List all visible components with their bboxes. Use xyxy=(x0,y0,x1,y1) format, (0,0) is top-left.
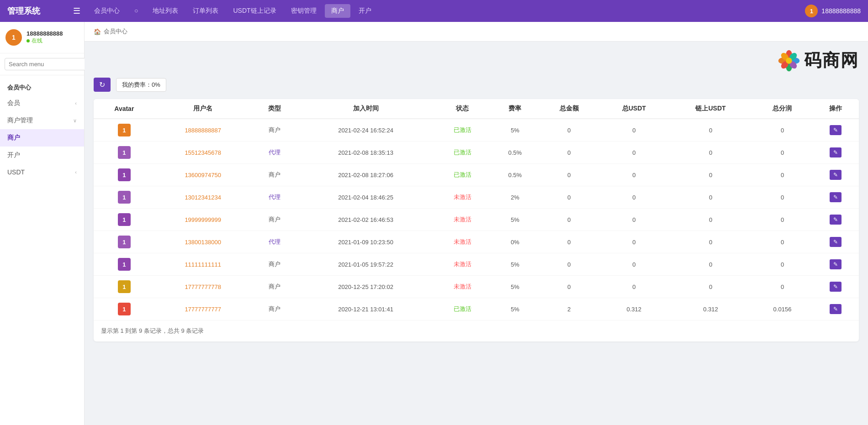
col-username: 用户名 xyxy=(155,99,251,119)
col-total-usdt: 总USDT xyxy=(599,99,669,119)
cell-chain-usdt: 0 xyxy=(669,276,752,298)
nav-item-merchant[interactable]: 商户 xyxy=(325,4,350,18)
col-join-time: 加入时间 xyxy=(297,99,434,119)
table-row: 1 18888888887 商户 2021-02-24 16:52:24 已激活… xyxy=(94,119,859,142)
cell-total-usdt: 0 xyxy=(599,119,669,142)
sidebar-item-merchant[interactable]: 商户 xyxy=(0,129,84,147)
cell-rate: 5% xyxy=(491,298,539,320)
cell-total-div: 0 xyxy=(752,142,812,164)
cell-total-div: 0.0156 xyxy=(752,298,812,320)
table-row: 1 19999999999 商户 2021-02-02 16:46:53 未激活… xyxy=(94,209,859,231)
sidebar-item-open-account-label: 开户 xyxy=(7,151,20,159)
edit-button[interactable]: ✎ xyxy=(830,192,842,202)
rate-badge: 我的费率：0% xyxy=(116,78,166,92)
table-row: 1 11111111111 商户 2021-01-05 19:57:22 未激活… xyxy=(94,253,859,276)
cell-username: 15512345678 xyxy=(155,142,251,164)
cell-avatar: 1 xyxy=(94,276,155,298)
table-row: 1 13600974750 商户 2021-02-08 18:27:06 已激活… xyxy=(94,164,859,186)
table-row: 1 13012341234 代理 2021-02-04 18:46:25 未激活… xyxy=(94,186,859,209)
search-input[interactable] xyxy=(5,58,90,70)
data-table-wrapper: Avatar 用户名 类型 加入时间 状态 费率 总金额 总USDT 链上USD… xyxy=(94,99,859,341)
sidebar-username: 18888888888 xyxy=(26,30,63,37)
cell-rate: 5% xyxy=(491,276,539,298)
cell-total-amount: 0 xyxy=(539,253,599,276)
cell-avatar: 1 xyxy=(94,253,155,276)
nav-item-orders[interactable]: 订单列表 xyxy=(186,4,225,18)
cell-rate: 0% xyxy=(491,231,539,253)
sidebar-item-usdt[interactable]: USDT ‹ xyxy=(0,164,84,180)
cell-avatar: 1 xyxy=(94,231,155,253)
avatar-icon: 1 xyxy=(118,236,131,248)
cell-total-amount: 0 xyxy=(539,209,599,231)
avatar-icon: 1 xyxy=(118,168,131,181)
chevron-right-icon-usdt: ‹ xyxy=(75,169,77,175)
avatar-icon: 1 xyxy=(118,124,131,136)
avatar-icon: 1 xyxy=(118,191,131,204)
cell-total-usdt: 0 xyxy=(599,186,669,209)
cell-total-div: 0 xyxy=(752,231,812,253)
edit-button[interactable]: ✎ xyxy=(830,170,842,180)
nav-item-usdt[interactable]: USDT链上记录 xyxy=(227,4,282,18)
edit-button[interactable]: ✎ xyxy=(830,215,842,225)
edit-button[interactable]: ✎ xyxy=(830,237,842,247)
refresh-button[interactable]: ↻ xyxy=(94,78,111,92)
content-area: 码商网 ↻ 我的费率：0% Avatar 用户名 类型 加入时间 xyxy=(85,42,868,349)
col-total-div: 总分润 xyxy=(752,99,812,119)
nav-item-keys[interactable]: 密钥管理 xyxy=(285,4,323,18)
cell-rate: 2% xyxy=(491,186,539,209)
sidebar-item-merchant-mgmt[interactable]: 商户管理 ∨ xyxy=(0,112,84,129)
edit-button[interactable]: ✎ xyxy=(830,282,842,292)
cell-total-usdt: 0 xyxy=(599,164,669,186)
table-body: 1 18888888887 商户 2021-02-24 16:52:24 已激活… xyxy=(94,119,859,320)
cell-total-div: 0 xyxy=(752,253,812,276)
edit-button[interactable]: ✎ xyxy=(830,125,842,135)
cell-rate: 0.5% xyxy=(491,164,539,186)
cell-status: 未激活 xyxy=(434,276,491,298)
cell-total-amount: 0 xyxy=(539,142,599,164)
cell-rate: 5% xyxy=(491,119,539,142)
cell-total-amount: 2 xyxy=(539,298,599,320)
cell-status: 已激活 xyxy=(434,142,491,164)
sidebar-item-member-label: 会员 xyxy=(7,99,20,107)
cell-username: 13800138000 xyxy=(155,231,251,253)
edit-button[interactable]: ✎ xyxy=(830,259,842,269)
col-rate: 费率 xyxy=(491,99,539,119)
logo-flower-icon xyxy=(778,49,800,72)
hamburger-icon[interactable]: ☰ xyxy=(73,6,80,16)
sidebar-item-merchant-label: 商户 xyxy=(7,134,20,142)
nav-item-members[interactable]: 会员中心 xyxy=(88,4,126,18)
cell-avatar: 1 xyxy=(94,119,155,142)
cell-total-amount: 0 xyxy=(539,231,599,253)
avatar-icon: 1 xyxy=(118,146,131,159)
cell-total-usdt: 0 xyxy=(599,253,669,276)
cell-join-time: 2021-01-05 19:57:22 xyxy=(297,253,434,276)
cell-status: 已激活 xyxy=(434,164,491,186)
cell-actions: ✎ xyxy=(812,253,859,276)
table-row: 1 17777777778 商户 2020-12-25 17:20:02 未激活… xyxy=(94,276,859,298)
pagination-info: 显示第 1 到第 9 条记录，总共 9 条记录 xyxy=(94,320,859,341)
cell-join-time: 2020-12-25 17:20:02 xyxy=(297,276,434,298)
cell-status: 已激活 xyxy=(434,298,491,320)
sidebar: 1 18888888888 在线 🔍 会员中心 会员 ‹ 商户管理 ∨ xyxy=(0,22,85,425)
cell-chain-usdt: 0.312 xyxy=(669,298,752,320)
cell-actions: ✎ xyxy=(812,209,859,231)
logo-text-label: 码商网 xyxy=(804,49,859,72)
cell-join-time: 2021-01-09 10:23:50 xyxy=(297,231,434,253)
cell-type: 商户 xyxy=(251,298,298,320)
nav-item-open-account[interactable]: 开户 xyxy=(352,4,378,18)
sidebar-item-open-account[interactable]: 开户 xyxy=(0,147,84,164)
sidebar-item-member[interactable]: 会员 ‹ xyxy=(0,94,84,112)
sidebar-search-area: 🔍 xyxy=(0,53,84,75)
site-logo: 码商网 xyxy=(778,49,859,72)
edit-button[interactable]: ✎ xyxy=(830,147,842,157)
edit-button[interactable]: ✎ xyxy=(830,304,842,314)
cell-total-amount: 0 xyxy=(539,276,599,298)
col-type: 类型 xyxy=(251,99,298,119)
sidebar-status-label: 在线 xyxy=(32,37,42,45)
col-status: 状态 xyxy=(434,99,491,119)
cell-type: 商户 xyxy=(251,164,298,186)
table-row: 1 15512345678 代理 2021-02-08 18:35:13 已激活… xyxy=(94,142,859,164)
nav-item-address[interactable]: 地址列表 xyxy=(146,4,185,18)
nav-item-circle[interactable]: ○ xyxy=(128,4,144,18)
cell-username: 17777777777 xyxy=(155,298,251,320)
